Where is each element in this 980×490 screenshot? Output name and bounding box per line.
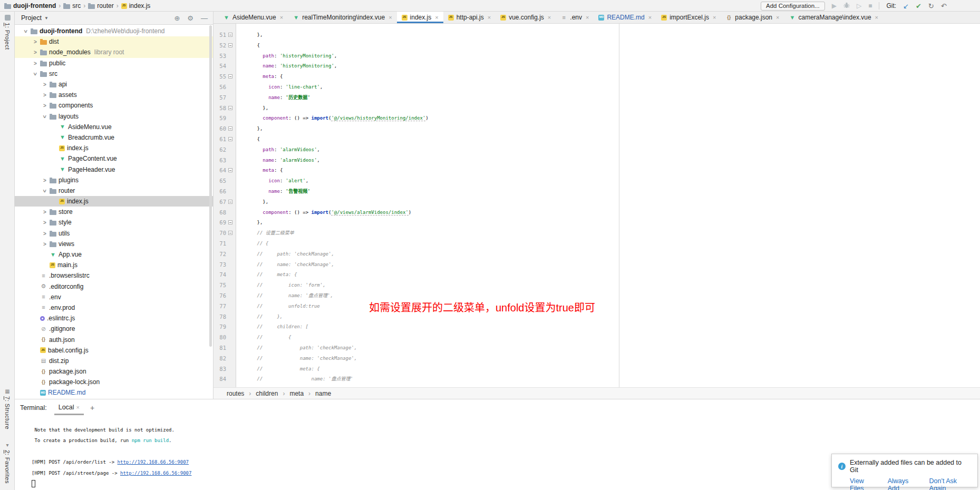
chevron-collapsed-icon[interactable]: > bbox=[43, 231, 46, 237]
code-line-82[interactable]: 82 // name: 'checkManage', bbox=[214, 354, 980, 364]
line-number[interactable]: 68 bbox=[214, 208, 226, 218]
notification-action-Don-t-Ask-Again[interactable]: Don't Ask Again bbox=[929, 477, 971, 490]
tree-item-PageHeader.vue[interactable]: ▼PageHeader.vue bbox=[15, 164, 213, 174]
hide-panel-icon[interactable]: — bbox=[201, 15, 208, 22]
close-icon[interactable]: × bbox=[488, 14, 491, 21]
fold-marker-icon[interactable] bbox=[228, 126, 232, 131]
tree-item-style[interactable]: >style bbox=[15, 217, 213, 228]
line-number[interactable]: 77 bbox=[214, 301, 226, 312]
line-number[interactable]: 59 bbox=[214, 113, 226, 124]
tree-item-node_modules[interactable]: >node_moduleslibrary root bbox=[15, 47, 213, 57]
tree-item-babel.config.js[interactable]: JSbabel.config.js bbox=[15, 345, 213, 356]
tab-index.js[interactable]: JSindex.js× bbox=[397, 12, 443, 23]
line-number[interactable]: 62 bbox=[214, 145, 226, 155]
line-number[interactable]: 83 bbox=[214, 364, 226, 375]
code-line-75[interactable]: 75 // icon: 'form', bbox=[214, 280, 980, 291]
tree-item-PageContent.vue[interactable]: ▼PageContent.vue bbox=[15, 153, 213, 164]
editor-breadcrumb-name[interactable]: name bbox=[315, 390, 331, 397]
code-line-80[interactable]: 80 // { bbox=[214, 332, 980, 343]
tree-item-src[interactable]: >src bbox=[15, 68, 213, 79]
toolwindow-favorites-button[interactable]: ▾ 2: Favorites bbox=[0, 443, 15, 484]
line-number[interactable]: 81 bbox=[214, 343, 226, 354]
tree-item-.browserslistrc[interactable]: ≡.browserslistrc bbox=[15, 270, 213, 281]
line-number[interactable]: 52 bbox=[214, 41, 226, 51]
run-with-coverage-icon[interactable]: ▷ bbox=[857, 3, 861, 9]
tab-realTimeMonitoring-index.vue[interactable]: ▼realTimeMonitoring\index.vue× bbox=[288, 12, 396, 23]
line-number[interactable]: 53 bbox=[214, 51, 226, 62]
fold-marker-icon[interactable] bbox=[228, 137, 232, 141]
tree-item-utils[interactable]: >utils bbox=[15, 228, 213, 239]
tab-importExcel.js[interactable]: JSimportExcel.js× bbox=[656, 12, 721, 23]
project-header-title[interactable]: Project bbox=[21, 14, 42, 22]
line-number[interactable]: 72 bbox=[214, 249, 226, 260]
line-number[interactable]: 79 bbox=[214, 322, 226, 332]
line-number[interactable]: 65 bbox=[214, 176, 226, 187]
close-icon[interactable]: × bbox=[389, 14, 392, 21]
notification-action-View-Files[interactable]: View Files bbox=[850, 477, 877, 490]
git-history-icon[interactable]: ↻ bbox=[928, 2, 934, 10]
close-icon[interactable]: × bbox=[280, 14, 283, 21]
breadcrumb-item-duoji-frontend[interactable]: duoji-frontend bbox=[4, 2, 56, 9]
editor-breadcrumb-children[interactable]: children bbox=[256, 390, 278, 397]
tree-item-.editorconfig[interactable]: ⚙.editorconfig bbox=[15, 281, 213, 292]
chevron-expanded-icon[interactable]: > bbox=[33, 72, 38, 75]
code-line-63[interactable]: 63 name: 'alarmVideos', bbox=[214, 155, 980, 166]
close-icon[interactable]: × bbox=[776, 14, 779, 21]
run-icon[interactable]: ▶ bbox=[832, 3, 837, 9]
editor-breadcrumb-meta[interactable]: meta bbox=[289, 390, 304, 397]
code-editor[interactable]: 51 },52 {53 path: 'historyMonitoring',54… bbox=[214, 24, 980, 387]
chevron-collapsed-icon[interactable]: > bbox=[43, 103, 46, 109]
line-number[interactable]: 63 bbox=[214, 155, 226, 166]
line-number[interactable]: 80 bbox=[214, 332, 226, 343]
code-line-83[interactable]: 83 // meta: { bbox=[214, 364, 980, 375]
tree-item-Breadcrumb.vue[interactable]: ▼Breadcrumb.vue bbox=[15, 132, 213, 143]
fold-marker-icon[interactable] bbox=[228, 168, 232, 172]
chevron-expanded-icon[interactable]: > bbox=[42, 189, 48, 192]
fold-marker-icon[interactable] bbox=[228, 33, 232, 37]
chevron-down-icon[interactable]: ▼ bbox=[44, 16, 48, 21]
chevron-expanded-icon[interactable]: > bbox=[23, 30, 29, 33]
code-line-74[interactable]: 74 // meta: { bbox=[214, 270, 980, 280]
tree-item-dist[interactable]: >dist bbox=[15, 36, 213, 47]
breadcrumb-item-index.js[interactable]: JSindex.js bbox=[121, 2, 151, 9]
gear-icon[interactable]: ⚙ bbox=[187, 15, 193, 22]
tab-package.json[interactable]: {}package.json× bbox=[721, 12, 784, 23]
line-number[interactable]: 60 bbox=[214, 124, 226, 134]
line-number[interactable]: 75 bbox=[214, 280, 226, 291]
code-line-70[interactable]: 70 // 设置二级菜单 bbox=[214, 228, 980, 239]
tree-item-layouts[interactable]: >layouts bbox=[15, 111, 213, 122]
code-line-84[interactable]: 84 // name: '盘点管理' bbox=[214, 374, 980, 385]
project-scrollbar[interactable] bbox=[209, 25, 212, 347]
line-number[interactable]: 84 bbox=[214, 374, 226, 385]
line-number[interactable]: 69 bbox=[214, 218, 226, 228]
close-icon[interactable]: × bbox=[548, 14, 551, 21]
line-number[interactable]: 71 bbox=[214, 239, 226, 249]
line-number[interactable]: 61 bbox=[214, 134, 226, 145]
tree-item-package.json[interactable]: {}package.json bbox=[15, 366, 213, 377]
code-line-64[interactable]: 64 meta: { bbox=[214, 165, 980, 176]
fold-marker-icon[interactable] bbox=[228, 74, 232, 79]
new-terminal-tab-button[interactable]: + bbox=[90, 404, 94, 412]
tree-item-.gitignore[interactable]: ⊘.gitignore bbox=[15, 324, 213, 334]
line-number[interactable]: 78 bbox=[214, 312, 226, 322]
tree-item-duoji-frontend[interactable]: >duoji-frontendD:\zheheWeb\duoji-fronten… bbox=[15, 26, 213, 36]
tree-item-.env[interactable]: ≡.env bbox=[15, 292, 213, 302]
tab-README.md[interactable]: MDREADME.md× bbox=[594, 12, 656, 23]
breadcrumb-item-src[interactable]: src bbox=[63, 2, 81, 9]
line-number[interactable]: 58 bbox=[214, 103, 226, 114]
tab-vue.config.js[interactable]: JSvue.config.js× bbox=[496, 12, 556, 23]
tree-item-.env.prod[interactable]: ≡.env.prod bbox=[15, 302, 213, 313]
tree-item-README.md[interactable]: MDREADME.md bbox=[15, 387, 213, 398]
chevron-collapsed-icon[interactable]: > bbox=[43, 209, 46, 215]
toolwindow-project-button[interactable]: 1: Project bbox=[0, 15, 15, 50]
line-number[interactable]: 67 bbox=[214, 197, 226, 208]
tab-.env[interactable]: ≡.env× bbox=[556, 12, 594, 23]
code-line-69[interactable]: 69 }, bbox=[214, 218, 980, 228]
code-line-79[interactable]: 79 // children: [ bbox=[214, 322, 980, 332]
fold-marker-icon[interactable] bbox=[228, 106, 232, 110]
line-number[interactable]: 76 bbox=[214, 291, 226, 301]
close-icon[interactable]: × bbox=[648, 14, 652, 21]
locate-file-icon[interactable]: ⊕ bbox=[174, 15, 180, 22]
line-number[interactable]: 54 bbox=[214, 61, 226, 72]
fold-marker-icon[interactable] bbox=[228, 220, 232, 224]
